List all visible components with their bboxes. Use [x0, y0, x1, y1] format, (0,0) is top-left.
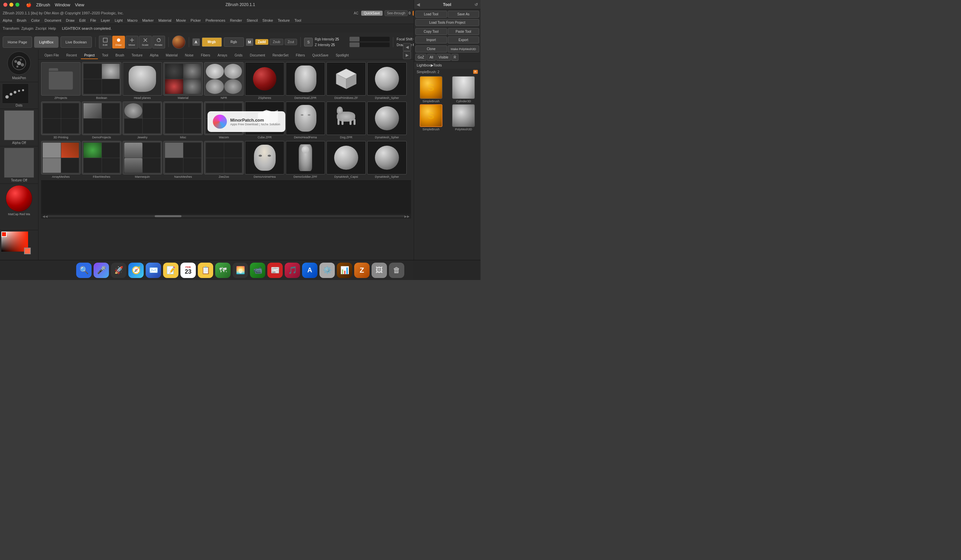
make-polymesh-btn[interactable]: Make PolyMesh3D	[448, 45, 479, 53]
tab-material[interactable]: Material	[162, 52, 181, 59]
grid-item-nanomeshes[interactable]: NanoMeshes	[163, 141, 203, 179]
zsub-btn[interactable]: Zsub	[270, 39, 283, 45]
dock-siri[interactable]: 🎤	[93, 263, 109, 278]
tab-texture[interactable]: Texture	[128, 52, 146, 59]
dock-mail[interactable]: ✉️	[146, 263, 161, 278]
grid-item-demoprojects[interactable]: DemoProjects	[82, 101, 121, 140]
mrgb-btn[interactable]: Mrgb	[202, 37, 222, 47]
grid-item-dynamesh-cap[interactable]: DynaMesh_Capsi	[326, 141, 366, 179]
rgb-btn[interactable]: Rgb	[224, 37, 244, 47]
zadd-btn[interactable]: Zadd	[255, 39, 268, 45]
grid-item-jewelry[interactable]: Jewelry	[123, 101, 162, 140]
grid-item-material[interactable]: Material	[163, 62, 203, 100]
dock-appstore[interactable]: A	[302, 263, 317, 278]
tab-brush[interactable]: Brush	[112, 52, 128, 59]
dock-trash[interactable]: 🗑	[389, 263, 404, 278]
lb-prev-btn[interactable]: ◀	[403, 43, 411, 51]
menu-file[interactable]: File	[90, 18, 96, 22]
maximize-button[interactable]	[15, 3, 19, 7]
grid-item-dynamesh3[interactable]: DynaMesh_Spher	[367, 141, 407, 179]
dock-systemprefs[interactable]: ⚙️	[320, 263, 335, 278]
quicksave-btn[interactable]: QuickSave	[361, 11, 382, 16]
menu-light[interactable]: Light	[115, 18, 123, 22]
background-color[interactable]	[24, 247, 31, 254]
draw-btn[interactable]: Draw	[112, 36, 125, 48]
mode-a-btn[interactable]: A	[193, 39, 200, 46]
grid-item-dynamesh2[interactable]: DynaMesh_Spher	[367, 101, 407, 140]
grid-item-npr[interactable]: NPR	[204, 62, 244, 100]
grid-item-arraymeshes[interactable]: ArrayMeshes	[41, 141, 80, 179]
grid-item-fibermeshes[interactable]: FiberMeshes	[82, 141, 121, 179]
minimize-button[interactable]	[10, 3, 13, 7]
panel-refresh-icon[interactable]: ↺	[474, 2, 478, 7]
foreground-color[interactable]	[2, 231, 7, 237]
clone-btn[interactable]: Clone	[415, 45, 447, 53]
menu-color[interactable]: Color	[31, 18, 40, 22]
grid-item-zprojects[interactable]: ZProjects	[41, 62, 80, 100]
menu-macro[interactable]: Macro	[127, 18, 138, 22]
dock-sequel[interactable]: 📊	[337, 263, 352, 278]
dock-launchpad[interactable]: 🚀	[111, 263, 126, 278]
edit-btn[interactable]: Edit	[99, 36, 112, 48]
dock-calendar[interactable]: FEB 23	[180, 263, 196, 278]
dock-music[interactable]: 🎵	[285, 263, 300, 278]
menu-preferences[interactable]: Preferences	[206, 18, 225, 22]
menu-texture[interactable]: Texture	[278, 18, 290, 22]
menu-material[interactable]: Material	[158, 18, 171, 22]
grid-item-zspheres[interactable]: ZSpheres	[245, 62, 284, 100]
menu-transform[interactable]: Transform	[3, 26, 19, 30]
dock-preview[interactable]: 🖼	[371, 263, 387, 278]
zbrush-menu[interactable]: ZBrush	[36, 2, 50, 7]
dock-safari[interactable]: 🧭	[128, 263, 144, 278]
panel-left-arrow[interactable]: ◀	[417, 2, 420, 7]
see-through-btn[interactable]: See-through	[385, 10, 408, 16]
export-btn[interactable]: Export	[448, 37, 479, 43]
copy-tool-btn[interactable]: Copy Tool	[415, 28, 447, 35]
material-sphere[interactable]	[172, 35, 185, 49]
paste-tool-btn[interactable]: Paste Tool	[448, 28, 479, 35]
menu-zplugin[interactable]: Zplugin	[21, 26, 34, 30]
grid-item-diceprimitives[interactable]: DicePrimitives.ZF	[326, 62, 366, 100]
menu-tool[interactable]: Tool	[294, 18, 301, 22]
grid-item-3dprinting[interactable]: 3D Printing	[41, 101, 80, 140]
dock-stickies[interactable]: 📋	[198, 263, 213, 278]
scroll-track[interactable]	[48, 215, 404, 217]
menu-document[interactable]: Document	[45, 18, 61, 22]
dock-facetime[interactable]: 📹	[250, 263, 265, 278]
live-boolean-btn[interactable]: Live Boolean	[61, 37, 92, 48]
visible-btn[interactable]: Visible	[436, 54, 451, 61]
grid-item-demosoldier[interactable]: DemoSoldier.ZPF	[286, 141, 325, 179]
window-menu[interactable]: Window	[55, 2, 70, 7]
dock-news[interactable]: 📰	[267, 263, 283, 278]
tab-noise[interactable]: Noise	[182, 52, 197, 59]
color-picker[interactable]	[2, 231, 31, 255]
tab-fibers[interactable]: Fibers	[198, 52, 214, 59]
cylinder3d-item[interactable]: Cylinder3D	[448, 76, 479, 103]
lightbox-tools-header[interactable]: Lightbox▶Tools	[414, 61, 480, 69]
tab-recent[interactable]: Recent	[63, 52, 80, 59]
tab-grids[interactable]: Grids	[231, 52, 246, 59]
tab-renderset[interactable]: RenderSet	[269, 52, 292, 59]
grid-item-dog[interactable]: Dog.ZPR	[326, 101, 366, 140]
dock-photos[interactable]: 🌅	[233, 263, 248, 278]
load-tool-btn[interactable]: Load Tool	[415, 11, 447, 18]
all-btn[interactable]: All	[427, 54, 436, 61]
rotate-btn[interactable]: Rotate	[153, 36, 165, 48]
tab-document[interactable]: Document	[247, 52, 268, 59]
tab-open-file[interactable]: Open File	[41, 52, 62, 59]
import-btn[interactable]: Import	[415, 37, 447, 43]
r-btn[interactable]: R	[452, 54, 458, 61]
z-intensity-slider[interactable]	[350, 42, 390, 47]
tab-quicksave[interactable]: QuickSave	[309, 52, 331, 59]
grid-item-headplanes[interactable]: Head planes	[123, 62, 162, 100]
rgb-intensity-slider[interactable]	[350, 37, 390, 42]
scroll-thumb[interactable]	[155, 215, 182, 217]
home-page-btn[interactable]: Home Page	[3, 37, 32, 48]
menu-render[interactable]: Render	[230, 18, 242, 22]
polymesh3d-item[interactable]: PolyMesh3D	[448, 104, 479, 131]
mode-m-btn[interactable]: M	[246, 39, 253, 46]
matcap-ball[interactable]	[6, 185, 32, 212]
grid-item-dynamesh1[interactable]: DynaMesh_Spher	[367, 62, 407, 100]
tab-project[interactable]: Project	[81, 52, 98, 59]
grid-item-misc[interactable]: Misc	[163, 101, 203, 140]
